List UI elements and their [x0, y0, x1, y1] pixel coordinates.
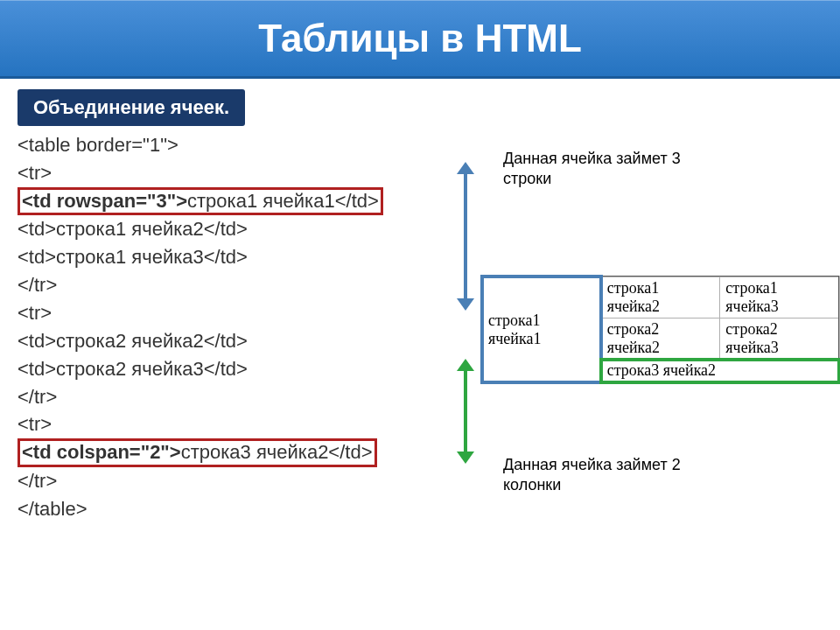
code-line: </table>: [18, 495, 383, 523]
code-line: </tr>: [18, 467, 383, 495]
code-line: <td>строка1 ячейка2</td>: [18, 215, 383, 243]
arrow-green-icon: [464, 368, 467, 455]
rendered-table: строка1 ячейка1 строка1 ячейка2 строка1 …: [481, 276, 840, 383]
page-title: Таблицы в HTML: [258, 17, 582, 60]
annotation-colspan: Данная ячейка займет 2 колонки: [503, 455, 722, 494]
code-line: <td rowspan="3">строка1 ячейка1</td>: [18, 187, 383, 215]
code-line: </tr>: [18, 383, 383, 411]
code-line: </tr>: [18, 271, 383, 299]
table-cell: строка2 ячейка2: [601, 318, 720, 360]
code-line: <tr>: [18, 410, 383, 438]
code-token: строка3 ячейка2</td>: [181, 441, 373, 463]
title-bar: Таблицы в HTML: [0, 0, 840, 79]
cell-rowspan: строка1 ячейка1: [482, 276, 601, 382]
content-area: Объединение ячеек. <table border="1"> <t…: [0, 79, 840, 135]
code-example: <table border="1"> <tr> <td rowspan="3">…: [18, 131, 383, 522]
table-cell: строка1 ячейка2: [601, 276, 720, 318]
colspan-highlight: <td colspan="2">строка3 ячейка2</td>: [18, 438, 377, 466]
code-line: <tr>: [18, 159, 383, 187]
table-cell: строка1 ячейка3: [720, 276, 839, 318]
code-token: строка1 ячейка1</td>: [187, 190, 379, 212]
code-token: <td colspan="2">: [22, 441, 181, 463]
table-cell: строка2 ячейка3: [720, 318, 839, 360]
code-line: <tr>: [18, 299, 383, 327]
rowspan-highlight: <td rowspan="3">строка1 ячейка1</td>: [18, 187, 383, 215]
table-row: строка1 ячейка1 строка1 ячейка2 строка1 …: [482, 276, 839, 318]
annotation-rowspan: Данная ячейка займет 3 строки: [503, 149, 722, 188]
code-token: <td rowspan="3">: [22, 190, 187, 212]
code-line: <td>строка2 ячейка3</td>: [18, 355, 383, 383]
cell-colspan: строка3 ячейка2: [601, 360, 839, 383]
code-line: <td>строка2 ячейка2</td>: [18, 327, 383, 355]
arrow-blue-icon: [464, 171, 467, 302]
subtitle-badge: Объединение ячеек.: [18, 89, 245, 126]
code-line: <td colspan="2">строка3 ячейка2</td>: [18, 438, 383, 466]
code-line: <table border="1">: [18, 131, 383, 159]
code-line: <td>строка1 ячейка3</td>: [18, 243, 383, 271]
